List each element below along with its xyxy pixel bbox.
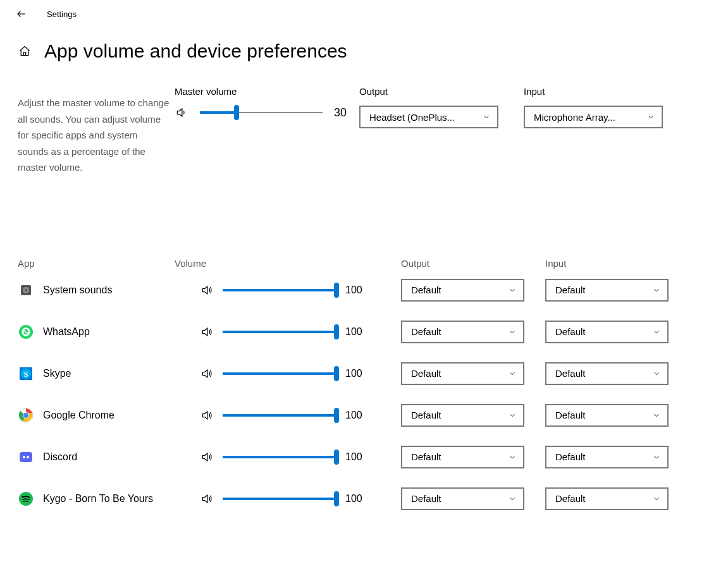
topbar: Settings (0, 0, 728, 28)
col-app-label: App (18, 258, 163, 269)
app-output-value: Default (411, 410, 441, 420)
app-volume-cell: 100 (175, 408, 390, 422)
volume-icon[interactable] (200, 325, 214, 339)
volume-icon[interactable] (200, 367, 214, 381)
app-volume-value: 100 (345, 368, 371, 379)
master-input-value: Microphone Array... (534, 112, 615, 123)
app-row: System sounds 100 Default Default (18, 279, 710, 302)
app-input-dropdown[interactable]: Default (545, 446, 669, 468)
app-output-dropdown[interactable]: Default (401, 404, 524, 427)
spotify-icon (18, 491, 34, 507)
master-volume-label: Master volume (175, 86, 359, 97)
col-output-label: Output (401, 258, 534, 269)
svg-point-5 (19, 325, 33, 339)
chevron-down-icon (482, 113, 491, 121)
chevron-down-icon (508, 327, 517, 336)
app-output-value: Default (411, 493, 441, 504)
description-text: Adjust the master volume to change all s… (18, 86, 170, 176)
svg-point-14 (27, 456, 29, 458)
svg-point-13 (23, 456, 25, 458)
chevron-down-icon (652, 453, 661, 462)
master-volume-cell: Master volume 30 (170, 86, 359, 119)
volume-icon[interactable] (200, 492, 214, 506)
volume-icon[interactable] (200, 408, 214, 422)
app-name-cell: S Skype (18, 365, 163, 382)
master-output-dropdown[interactable]: Headset (OnePlus... (359, 106, 498, 128)
app-input-value: Default (555, 284, 586, 295)
app-output-dropdown[interactable]: Default (401, 279, 524, 302)
page-title: App volume and device preferences (44, 40, 347, 62)
chevron-down-icon (652, 494, 661, 503)
app-input-value: Default (555, 368, 586, 379)
app-volume-slider[interactable] (223, 367, 336, 380)
app-volume-slider[interactable] (223, 492, 336, 505)
app-name-label: Google Chrome (43, 410, 114, 421)
master-row: Adjust the master volume to change all s… (18, 86, 710, 176)
app-volume-slider[interactable] (223, 409, 336, 422)
app-row: Discord 100 Default Default (18, 446, 710, 468)
app-input-dropdown[interactable]: Default (545, 487, 669, 510)
app-input-dropdown[interactable]: Default (545, 321, 669, 343)
svg-point-11 (23, 413, 28, 418)
app-name-cell: Google Chrome (18, 407, 163, 424)
master-input-dropdown[interactable]: Microphone Array... (524, 106, 663, 128)
app-list-header: App Volume Output Input (18, 258, 710, 269)
master-input-label: Input (524, 86, 663, 97)
app-volume-slider[interactable] (223, 451, 336, 463)
app-volume-slider[interactable] (223, 284, 336, 297)
app-input-value: Default (555, 410, 586, 420)
app-name-label: System sounds (43, 284, 112, 296)
topbar-title: Settings (47, 9, 77, 19)
app-name-label: WhatsApp (43, 326, 90, 338)
chevron-down-icon (652, 411, 661, 420)
app-volume-slider[interactable] (223, 326, 336, 338)
page-header: App volume and device preferences (0, 28, 728, 68)
app-input-value: Default (555, 451, 586, 462)
volume-icon[interactable] (200, 283, 214, 297)
app-output-dropdown[interactable]: Default (401, 487, 524, 510)
app-input-value: Default (555, 493, 586, 504)
app-volume-value: 100 (345, 493, 371, 505)
app-volume-value: 100 (345, 284, 371, 296)
home-icon[interactable] (18, 44, 32, 58)
app-name-cell: System sounds (18, 282, 163, 298)
volume-low-icon[interactable] (175, 106, 188, 119)
app-list: App Volume Output Input System sounds 10… (18, 258, 710, 510)
master-volume-value: 30 (334, 106, 359, 119)
whatsapp-icon (18, 324, 34, 340)
app-input-dropdown[interactable]: Default (545, 404, 669, 427)
master-output-value: Headset (OnePlus... (369, 112, 455, 123)
discord-icon (18, 449, 34, 465)
app-volume-cell: 100 (175, 450, 390, 464)
chevron-down-icon (508, 286, 517, 295)
svg-rect-12 (20, 452, 32, 462)
back-button[interactable] (15, 8, 28, 20)
app-name-label: Skype (43, 368, 71, 379)
app-name-label: Discord (43, 451, 77, 463)
app-input-dropdown[interactable]: Default (545, 362, 669, 385)
app-row: WhatsApp 100 Default Default (18, 321, 710, 343)
master-output-cell: Output Headset (OnePlus... (359, 86, 511, 128)
chevron-down-icon (646, 113, 655, 121)
app-name-cell: Discord (18, 449, 163, 465)
volume-icon[interactable] (200, 450, 214, 464)
master-volume-slider[interactable] (200, 106, 323, 119)
app-output-value: Default (411, 368, 441, 379)
app-volume-value: 100 (345, 451, 371, 463)
app-name-cell: WhatsApp (18, 324, 163, 340)
app-output-dropdown[interactable]: Default (401, 321, 524, 343)
app-volume-cell: 100 (175, 367, 390, 381)
app-output-value: Default (411, 451, 441, 462)
chevron-down-icon (508, 494, 517, 503)
chevron-down-icon (508, 453, 517, 462)
app-output-dropdown[interactable]: Default (401, 446, 524, 468)
app-name-cell: Kygo - Born To Be Yours (18, 491, 163, 507)
svg-rect-1 (23, 52, 25, 56)
app-output-dropdown[interactable]: Default (401, 362, 524, 385)
app-name-label: Kygo - Born To Be Yours (43, 493, 153, 505)
svg-point-4 (25, 289, 27, 291)
chevron-down-icon (508, 411, 517, 420)
app-input-dropdown[interactable]: Default (545, 279, 669, 302)
app-volume-value: 100 (345, 326, 371, 338)
app-row: Google Chrome 100 Default Default (18, 404, 710, 427)
